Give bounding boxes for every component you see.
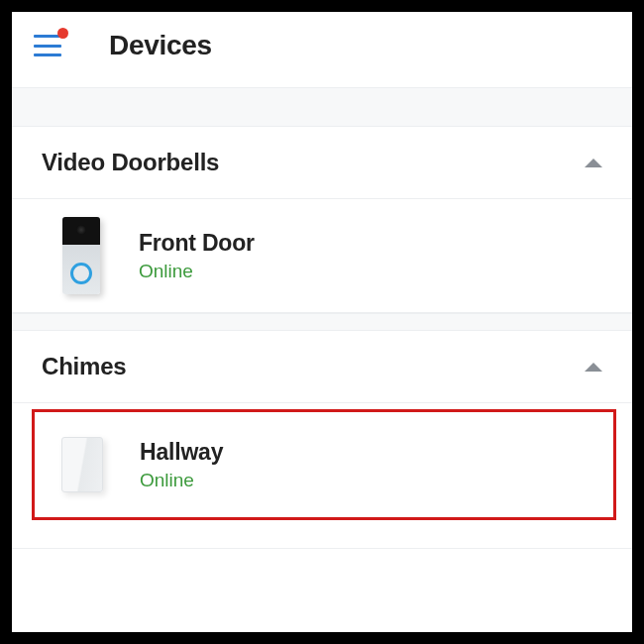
device-status: Online — [139, 261, 255, 282]
highlight-annotation: Hallway Online — [32, 409, 616, 520]
device-row-hallway[interactable]: Hallway Online — [35, 412, 613, 517]
page-title: Devices — [109, 30, 212, 61]
device-row-front-door[interactable]: Front Door Online — [12, 199, 632, 313]
device-info: Front Door Online — [139, 230, 255, 282]
header: Devices — [12, 12, 632, 87]
chime-icon — [53, 426, 112, 503]
section-gap — [12, 313, 632, 331]
chevron-up-icon — [585, 159, 602, 167]
menu-icon[interactable] — [34, 35, 61, 56]
section-gap — [12, 87, 632, 127]
section-header-video-doorbells[interactable]: Video Doorbells — [12, 127, 632, 199]
section-title: Video Doorbells — [42, 149, 219, 176]
divider — [12, 548, 632, 549]
device-info: Hallway Online — [140, 439, 223, 491]
chevron-up-icon — [585, 363, 602, 372]
notification-badge — [57, 28, 68, 39]
section-header-chimes[interactable]: Chimes — [12, 331, 632, 403]
devices-screen: Devices Video Doorbells Front Door Onlin… — [12, 12, 632, 632]
device-name: Hallway — [140, 439, 223, 466]
section-title: Chimes — [42, 353, 127, 380]
device-name: Front Door — [139, 230, 255, 257]
doorbell-icon — [52, 217, 111, 294]
device-status: Online — [140, 470, 223, 491]
